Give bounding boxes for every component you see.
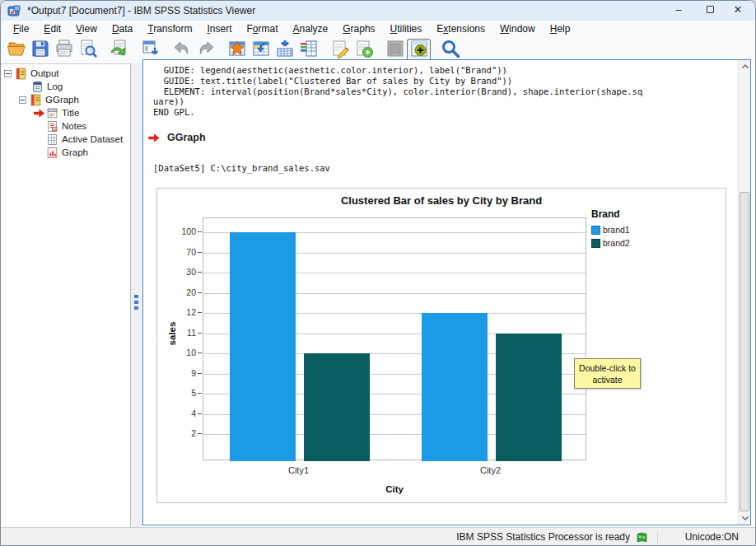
tree-item-title[interactable]: Title bbox=[1, 106, 130, 119]
y-tick-label: 10 bbox=[171, 348, 196, 357]
chart-object[interactable]: Clustered Bar of sales by City by Brand … bbox=[156, 188, 726, 503]
document-play-icon bbox=[354, 39, 374, 62]
bar-city2-brand1[interactable] bbox=[422, 313, 488, 461]
spss-viewer-window: *Output7 [Document7] - IBM SPSS Statisti… bbox=[0, 0, 756, 546]
gray-window-icon bbox=[385, 39, 405, 62]
scrollbar-down-button[interactable] bbox=[739, 512, 751, 525]
menu-analyze[interactable]: Analyze bbox=[286, 21, 336, 37]
scrollbar-up-button[interactable] bbox=[739, 60, 751, 72]
processor-status-text: IBM SPSS Statistics Processor is ready bbox=[456, 528, 630, 546]
collapse-toggle[interactable] bbox=[19, 96, 26, 104]
print-preview-icon bbox=[78, 39, 98, 62]
print-preview-button[interactable] bbox=[76, 39, 100, 63]
y-tick-label: 12 bbox=[171, 307, 196, 317]
open-button[interactable] bbox=[4, 39, 28, 63]
legend-item-brand1: brand1 bbox=[591, 225, 630, 235]
tree-item-label: Active Dataset bbox=[62, 134, 123, 144]
save-floppy-icon bbox=[30, 39, 50, 62]
vertical-scrollbar[interactable] bbox=[738, 60, 750, 525]
legend-swatch-icon bbox=[591, 226, 600, 235]
menu-help[interactable]: Help bbox=[543, 21, 578, 37]
menu-insert[interactable]: Insert bbox=[199, 21, 239, 37]
title-icon bbox=[46, 107, 58, 119]
tree-item-label: Output bbox=[30, 68, 59, 78]
dataset-icon bbox=[46, 133, 58, 145]
minimize-button[interactable]: – bbox=[665, 1, 693, 21]
unicode-status-text: Unicode:ON bbox=[685, 528, 739, 546]
menu-window[interactable]: Window bbox=[492, 21, 543, 37]
bar-city2-brand2[interactable] bbox=[496, 334, 562, 462]
output-pane[interactable]: GUIDE: legend(aesthetic(aesthetic.color.… bbox=[142, 59, 751, 525]
x-tick-label: City1 bbox=[266, 465, 332, 475]
printer-icon bbox=[54, 39, 74, 62]
menu-transform[interactable]: Transform bbox=[140, 21, 199, 37]
menu-graphs[interactable]: Graphs bbox=[335, 21, 382, 37]
menu-utilities[interactable]: Utilities bbox=[383, 21, 430, 37]
tree-item-graph[interactable]: Graph bbox=[1, 146, 130, 159]
menu-view[interactable]: View bbox=[68, 21, 105, 37]
chevron-down-icon bbox=[742, 516, 749, 520]
menu-edit[interactable]: Edit bbox=[36, 21, 68, 37]
tree-item-output[interactable]: Output bbox=[1, 67, 130, 80]
table-curved-arrow-icon bbox=[251, 39, 271, 62]
print-button[interactable] bbox=[52, 39, 76, 63]
save-button[interactable] bbox=[28, 39, 52, 63]
menu-extensions[interactable]: Extensions bbox=[429, 21, 492, 37]
maximize-icon bbox=[707, 6, 714, 13]
app-icon bbox=[7, 4, 21, 17]
menu-format[interactable]: Format bbox=[240, 21, 286, 37]
tree-item-label: Title bbox=[62, 108, 79, 118]
status-divider bbox=[657, 531, 658, 544]
log-icon bbox=[31, 81, 44, 92]
y-tick-label: 5 bbox=[171, 388, 196, 398]
y-tick-label: 20 bbox=[171, 287, 196, 297]
bar-city1-brand2[interactable] bbox=[304, 353, 370, 461]
menu-data[interactable]: Data bbox=[105, 21, 140, 37]
y-tick-label: 11 bbox=[171, 328, 196, 338]
ggraph-heading-row[interactable]: GGraph bbox=[148, 132, 206, 143]
maximize-button[interactable] bbox=[696, 1, 724, 21]
find-magnifier-icon bbox=[441, 39, 460, 62]
bar-city1-brand1[interactable] bbox=[230, 232, 296, 461]
redo-arrow-icon bbox=[196, 39, 216, 62]
book-icon bbox=[30, 94, 42, 105]
export-document-icon bbox=[110, 39, 129, 62]
pane-splitter[interactable] bbox=[131, 63, 142, 528]
splitter-handle-icon bbox=[134, 295, 138, 312]
processor-ready-icon bbox=[636, 531, 648, 544]
y-tick-mark bbox=[198, 231, 202, 232]
scrollbar-thumb[interactable] bbox=[740, 192, 749, 511]
outline-panel: OutputLogGGraphTitleNotesActive DatasetG… bbox=[1, 63, 131, 528]
legend-swatch-icon bbox=[591, 239, 600, 248]
y-tick-label: 70 bbox=[171, 247, 196, 257]
y-tick-label: 2 bbox=[171, 428, 196, 438]
notes-icon bbox=[46, 120, 58, 132]
y-tick-mark bbox=[198, 393, 202, 394]
activate-plus-icon bbox=[409, 39, 429, 62]
current-item-arrow-icon bbox=[34, 109, 44, 117]
export-button[interactable] bbox=[107, 39, 131, 63]
tree-item-notes[interactable]: Notes bbox=[1, 119, 130, 133]
y-tick-label: 100 bbox=[171, 226, 196, 236]
legend-label: brand2 bbox=[603, 238, 630, 248]
tree-item-ggraph[interactable]: GGraph bbox=[1, 93, 130, 106]
status-bar: IBM SPSS Statistics Processor is ready U… bbox=[1, 527, 755, 546]
tooltip-line1: Double-click to bbox=[579, 363, 636, 373]
collapse-toggle[interactable] bbox=[4, 70, 12, 77]
tree-item-log[interactable]: Log bbox=[1, 80, 130, 93]
close-button[interactable]: ✕ bbox=[724, 1, 752, 21]
plot-area bbox=[203, 217, 586, 460]
table-down-arrow-icon bbox=[275, 39, 295, 62]
title-bar: *Output7 [Document7] - IBM SPSS Statisti… bbox=[1, 1, 755, 21]
y-tick-mark bbox=[198, 413, 202, 414]
open-folder-icon bbox=[7, 39, 26, 62]
legend-label: brand1 bbox=[603, 225, 630, 235]
tree-item-active-dataset[interactable]: Active Dataset bbox=[1, 133, 130, 146]
y-tick-mark bbox=[198, 312, 202, 313]
y-tick-label: 4 bbox=[171, 408, 196, 418]
menu-file[interactable]: File bbox=[6, 21, 36, 37]
legend-item-brand2: brand2 bbox=[591, 238, 630, 248]
book-icon bbox=[15, 68, 27, 79]
activate-tooltip: Double-click to activate bbox=[574, 358, 641, 389]
x-axis-title: City bbox=[362, 484, 427, 494]
